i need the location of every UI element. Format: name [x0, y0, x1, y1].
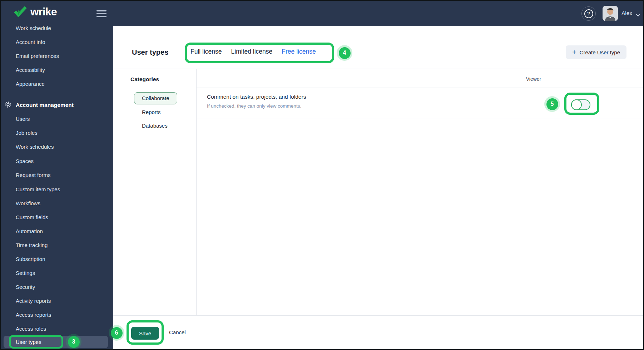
permission-title: Comment on tasks, projects, and folders: [207, 94, 306, 100]
save-button[interactable]: Save: [131, 327, 159, 340]
wrike-logo-icon: [14, 6, 27, 17]
create-user-type-label: Create User type: [580, 49, 620, 55]
category-reports[interactable]: Reports: [142, 108, 161, 116]
sidebar-item-accessibility[interactable]: Accessibility: [16, 66, 45, 74]
sidebar-item-custom-item-types[interactable]: Custom item types: [16, 186, 60, 193]
permission-subtitle: If unchecked, they can only view comment…: [207, 103, 301, 109]
sidebar-item-users[interactable]: Users: [16, 115, 30, 123]
cancel-button[interactable]: Cancel: [169, 329, 186, 335]
sidebar-item-activity-reports[interactable]: Activity reports: [16, 297, 51, 305]
category-collaborate-selected[interactable]: Collaborate: [134, 92, 177, 104]
toggle-knob: [571, 99, 582, 110]
plus-icon: +: [572, 49, 576, 56]
categories-heading: Categories: [130, 76, 159, 83]
sidebar: wrike Work schedule Account info Email p…: [1, 1, 113, 349]
main-content: User types Full license Limited license …: [113, 26, 643, 349]
footer-divider: [113, 315, 643, 316]
sidebar-item-access-reports[interactable]: Access reports: [16, 311, 51, 319]
sidebar-item-job-roles[interactable]: Job roles: [16, 129, 38, 137]
categories-divider: [196, 69, 197, 315]
sidebar-item-user-types-selected[interactable]: User types: [4, 336, 108, 348]
license-tabs: Full license Limited license Free licens…: [190, 48, 316, 55]
wrike-logo[interactable]: wrike: [14, 6, 57, 18]
sidebar-item-work-schedule[interactable]: Work schedule: [16, 24, 51, 32]
sidebar-item-automation[interactable]: Automation: [16, 227, 43, 235]
avatar[interactable]: [603, 6, 618, 21]
chevron-down-icon[interactable]: [636, 12, 640, 18]
sidebar-item-request-forms[interactable]: Request forms: [16, 171, 51, 179]
sidebar-item-subscription[interactable]: Subscription: [16, 255, 45, 263]
sidebar-item-spaces[interactable]: Spaces: [16, 157, 34, 165]
row-divider: [196, 118, 643, 118]
top-bar: [113, 1, 643, 26]
create-user-type-button[interactable]: + Create User type: [566, 45, 626, 59]
tab-full-license[interactable]: Full license: [190, 48, 222, 55]
page-title: User types: [132, 48, 168, 56]
header-divider: [113, 69, 643, 69]
sidebar-item-time-tracking[interactable]: Time tracking: [16, 241, 48, 249]
sidebar-item-access-roles[interactable]: Access roles: [16, 325, 46, 333]
help-question-glyph: ?: [584, 9, 593, 18]
sidebar-item-appearance[interactable]: Appearance: [16, 80, 45, 88]
help-icon[interactable]: ?: [581, 6, 596, 21]
column-header-viewer: Viewer: [516, 76, 551, 82]
sidebar-item-custom-fields[interactable]: Custom fields: [16, 213, 48, 221]
tab-limited-license[interactable]: Limited license: [231, 48, 273, 55]
tab-free-license[interactable]: Free license: [282, 48, 316, 55]
sidebar-item-workflows[interactable]: Workflows: [16, 199, 40, 207]
wrike-logo-text: wrike: [30, 6, 57, 18]
category-databases[interactable]: Databases: [142, 122, 168, 130]
table-header-divider: [196, 88, 643, 88]
sidebar-section-account-management[interactable]: Account management: [16, 101, 74, 109]
sidebar-item-security[interactable]: Security: [16, 283, 35, 291]
sidebar-item-email-preferences[interactable]: Email preferences: [16, 52, 59, 60]
sidebar-item-user-types-label: User types: [16, 336, 41, 348]
sidebar-item-work-schedules[interactable]: Work schedules: [16, 143, 54, 151]
sidebar-item-settings[interactable]: Settings: [16, 269, 35, 277]
app-window: wrike Work schedule Account info Email p…: [0, 0, 644, 350]
user-name[interactable]: Alex: [621, 10, 632, 16]
viewer-permission-toggle[interactable]: [571, 99, 590, 110]
sidebar-item-account-info[interactable]: Account info: [16, 38, 45, 46]
gear-icon: [5, 101, 11, 109]
menu-icon[interactable]: [96, 10, 106, 19]
